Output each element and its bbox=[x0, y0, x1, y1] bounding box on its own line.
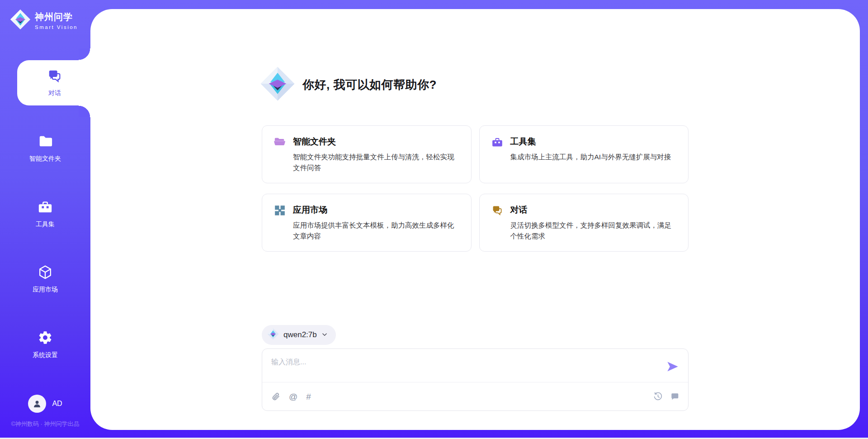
message-composer: @ # bbox=[262, 348, 689, 411]
brand-diamond-icon bbox=[260, 66, 295, 103]
attachment-icon[interactable] bbox=[271, 392, 280, 401]
cube-icon bbox=[37, 264, 53, 282]
folder-open-icon bbox=[274, 136, 286, 173]
sidebar-item-smart-folder[interactable]: 智能文件夹 bbox=[0, 134, 90, 163]
card-title: 工具集 bbox=[510, 136, 671, 148]
chat-icon bbox=[491, 205, 503, 241]
card-smart-folder[interactable]: 智能文件夹 智能文件夹功能支持批量文件上传与清洗，轻松实现文件问答 bbox=[262, 125, 472, 183]
user-name: AD bbox=[52, 400, 62, 408]
app-name: 神州问学 bbox=[35, 11, 78, 23]
sidebar-item-label: 对话 bbox=[48, 89, 61, 97]
card-title: 智能文件夹 bbox=[293, 136, 459, 148]
chat-icon bbox=[47, 68, 62, 86]
composer-toolbar: @ # bbox=[262, 382, 688, 410]
sidebar: 神州问学 Smart Vision 对话 智能文件夹 工具集 bbox=[0, 0, 90, 439]
feature-cards: 智能文件夹 智能文件夹功能支持批量文件上传与清洗，轻松实现文件问答 工具集 集成… bbox=[262, 125, 689, 252]
sidebar-item-settings[interactable]: 系统设置 bbox=[0, 330, 90, 359]
sidebar-item-label: 智能文件夹 bbox=[29, 155, 61, 163]
tab-fillet-top bbox=[79, 48, 90, 60]
hash-icon[interactable]: # bbox=[306, 392, 311, 401]
main-panel: 你好, 我可以如何帮助你? 智能文件夹 智能文件夹功能支持批量文件上传与清洗，轻… bbox=[90, 9, 860, 430]
app-tagline: Smart Vision bbox=[35, 24, 78, 30]
greeting-title: 你好, 我可以如何帮助你? bbox=[302, 77, 437, 93]
greeting: 你好, 我可以如何帮助你? bbox=[260, 66, 437, 103]
card-title: 对话 bbox=[510, 204, 677, 216]
avatar bbox=[28, 395, 46, 413]
card-desc: 灵活切换多模型文件，支持多样回复效果调试，满足个性化需求 bbox=[510, 220, 677, 242]
chevron-down-icon bbox=[321, 331, 328, 339]
comment-icon[interactable] bbox=[670, 392, 679, 401]
content-column: 你好, 我可以如何帮助你? 智能文件夹 智能文件夹功能支持批量文件上传与清洗，轻… bbox=[262, 9, 689, 430]
folder-icon bbox=[37, 134, 53, 151]
toolbox-icon bbox=[37, 199, 53, 216]
model-diamond-icon bbox=[267, 328, 279, 342]
card-desc: 集成市场上主流工具，助力AI与外界无缝扩展与对接 bbox=[510, 152, 671, 162]
card-title: 应用市场 bbox=[293, 204, 459, 216]
toolbox-icon bbox=[491, 136, 503, 173]
card-desc: 应用市场提供丰富长文本模板，助力高效生成多样化文章内容 bbox=[293, 220, 459, 242]
sidebar-item-app-market[interactable]: 应用市场 bbox=[0, 264, 90, 294]
gear-icon bbox=[38, 330, 53, 347]
model-name: qwen2:7b bbox=[283, 330, 317, 339]
apps-grid-icon bbox=[274, 205, 286, 241]
send-icon[interactable] bbox=[666, 360, 679, 373]
sidebar-item-label: 应用市场 bbox=[33, 286, 58, 294]
app-logo: 神州问学 Smart Vision bbox=[10, 9, 78, 32]
card-app-market[interactable]: 应用市场 应用市场提供丰富长文本模板，助力高效生成多样化文章内容 bbox=[262, 194, 472, 252]
model-selector[interactable]: qwen2:7b bbox=[262, 325, 336, 345]
sidebar-item-label: 系统设置 bbox=[33, 351, 58, 359]
history-icon[interactable] bbox=[653, 392, 663, 401]
sidebar-item-toolset[interactable]: 工具集 bbox=[0, 199, 90, 229]
card-desc: 智能文件夹功能支持批量文件上传与清洗，轻松实现文件问答 bbox=[293, 152, 459, 173]
user-account[interactable]: AD bbox=[0, 395, 90, 413]
sidebar-item-chat[interactable]: 对话 bbox=[17, 60, 92, 105]
logo-diamond-icon bbox=[10, 9, 31, 32]
card-toolset[interactable]: 工具集 集成市场上主流工具，助力AI与外界无缝扩展与对接 bbox=[479, 125, 689, 183]
copyright-footer: ©神州数码 · 神州问学出品 bbox=[0, 420, 90, 428]
mention-icon[interactable]: @ bbox=[289, 392, 297, 401]
message-input[interactable] bbox=[262, 349, 660, 382]
card-chat[interactable]: 对话 灵活切换多模型文件，支持多样回复效果调试，满足个性化需求 bbox=[479, 194, 689, 252]
tab-fillet-bottom bbox=[79, 105, 90, 117]
sidebar-item-label: 工具集 bbox=[36, 220, 55, 229]
